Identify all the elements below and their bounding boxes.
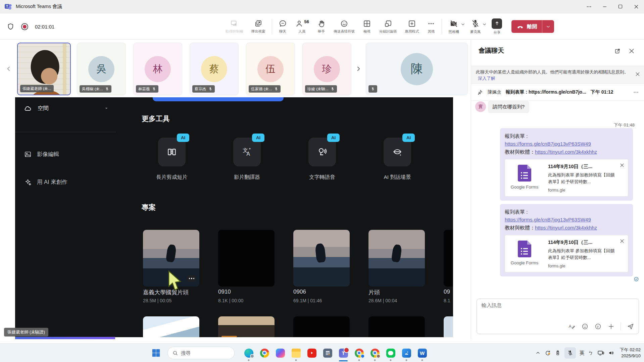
start-button[interactable] bbox=[150, 344, 162, 362]
attach-plus-icon[interactable] bbox=[607, 323, 615, 330]
window-more-button[interactable] bbox=[581, 0, 597, 13]
learn-more-link[interactable]: 深入了解 bbox=[478, 76, 495, 81]
sidebar-item-ai-create[interactable]: 用 AI 來創作 bbox=[24, 178, 67, 186]
copilot-icon bbox=[276, 349, 285, 358]
teams-logo-icon: T bbox=[4, 3, 12, 11]
format-icon[interactable]: A bbox=[568, 323, 576, 330]
video-tile[interactable]: 陳 bbox=[366, 43, 468, 95]
more-button[interactable]: 其他 bbox=[423, 19, 439, 34]
taskbar-app-teams[interactable]: T bbox=[337, 344, 350, 362]
sidebar-item-image-edit[interactable]: 影像編輯 bbox=[24, 150, 59, 158]
forms-link[interactable]: https://forms.gle/cnB7jog13vP63SW49 bbox=[505, 141, 591, 147]
popout-button[interactable]: 彈出視窗 bbox=[247, 19, 269, 34]
message-input[interactable] bbox=[482, 302, 589, 308]
chat-close-button[interactable] bbox=[628, 48, 635, 54]
project-more-button[interactable] bbox=[187, 275, 197, 282]
project-thumbnail[interactable] bbox=[368, 316, 425, 337]
message-line: 報到表單 : bbox=[505, 208, 628, 216]
tray-hidden-icons-chevron[interactable] bbox=[535, 350, 541, 356]
search-input[interactable] bbox=[181, 350, 221, 356]
video-tile[interactable]: 林 林芸薇 bbox=[133, 43, 182, 95]
view-button[interactable]: 檢視 bbox=[359, 19, 375, 34]
raise-hand-button[interactable]: 舉手 bbox=[313, 19, 330, 34]
tinyurl-link[interactable]: https://tinyurl.com/3k4xkhhz bbox=[535, 225, 597, 230]
close-window-button[interactable] bbox=[628, 0, 644, 13]
video-tile[interactable]: 伍 伍家德 (未... bbox=[246, 43, 295, 95]
strip-scroll-right-chevron[interactable] bbox=[355, 65, 362, 72]
camera-options-chevron[interactable] bbox=[460, 22, 465, 27]
message-timestamp: 下午 01:48 bbox=[614, 122, 635, 128]
sidebar-item-space[interactable]: 空間 bbox=[24, 104, 109, 113]
avatar: 林 bbox=[145, 56, 171, 82]
taskbar-app-photos[interactable] bbox=[400, 344, 413, 362]
tray-volume-icon[interactable] bbox=[608, 350, 615, 356]
project-thumbnail[interactable] bbox=[293, 230, 350, 287]
project-thumbnail[interactable] bbox=[293, 316, 350, 337]
card-dismiss-button[interactable] bbox=[620, 163, 625, 168]
project-thumbnail[interactable] bbox=[444, 230, 453, 287]
video-tile[interactable]: 蔡 蔡宗杰 bbox=[190, 43, 239, 95]
mic-muted-icon bbox=[105, 87, 109, 91]
apps-button[interactable]: 應用程式 bbox=[401, 19, 423, 34]
mic-options-chevron[interactable] bbox=[482, 22, 487, 27]
taskbar-app-chrome-profile3[interactable] bbox=[368, 344, 381, 362]
search-icon bbox=[172, 350, 178, 356]
video-tile[interactable]: 珍 珍綾 (未驗... bbox=[302, 43, 351, 95]
chat-input-box[interactable]: A p bbox=[477, 299, 639, 334]
taskbar-app-word[interactable]: W bbox=[416, 344, 429, 362]
own-message-bubble: 報到表單 : https://forms.gle/cnB7jog13vP63SW… bbox=[500, 204, 633, 276]
avatar: 吳 bbox=[88, 56, 114, 82]
tray-sync-icon[interactable] bbox=[544, 350, 551, 356]
taskbar-app-chrome-profile2[interactable] bbox=[353, 344, 365, 362]
chat-popout-button[interactable] bbox=[614, 48, 621, 54]
strip-scroll-left-chevron[interactable] bbox=[5, 65, 12, 72]
taskbar-app-calculator[interactable] bbox=[321, 344, 334, 362]
notice-dismiss-button[interactable] bbox=[635, 71, 640, 77]
taskbar-app-youtube[interactable] bbox=[305, 344, 318, 362]
taskbar-clock[interactable]: 下午 02:02 2025/9/10 bbox=[620, 347, 641, 359]
link-preview-card[interactable]: Google Forms 114年9月10日（三... 此為報到表單 參加教師填… bbox=[505, 235, 628, 272]
card-dismiss-button[interactable] bbox=[620, 239, 625, 244]
share-button[interactable]: 分享 bbox=[488, 18, 506, 35]
tinyurl-link[interactable]: https://tinyurl.com/3k4xkhhz bbox=[535, 149, 597, 155]
taskbar-app-edge[interactable] bbox=[242, 344, 255, 362]
breakout-rooms-button[interactable]: 分組討論區 bbox=[375, 19, 401, 34]
pinned-message[interactable]: 陳姵含 報到表單 : https://forms.gle/cnB7jo... 下… bbox=[471, 84, 644, 101]
tray-cast-icon[interactable] bbox=[597, 349, 604, 357]
video-tile[interactable]: 吳 吳榴椒 (未... bbox=[77, 43, 126, 95]
link-preview-card[interactable]: Google Forms 114年9月10日（三... 此為報到表單 參加教師填… bbox=[505, 159, 628, 197]
pinned-text: 報到表單 : https://forms.gle/cnB7jo... bbox=[506, 89, 586, 95]
project-thumbnail[interactable] bbox=[368, 230, 425, 287]
maximize-button[interactable] bbox=[612, 0, 628, 13]
emoji-icon[interactable] bbox=[581, 323, 589, 330]
take-control-button[interactable]: 取得控制權 bbox=[221, 19, 247, 34]
minimize-button[interactable] bbox=[597, 0, 612, 13]
taskbar-app-chrome[interactable] bbox=[258, 344, 271, 362]
tray-usb-icon[interactable] bbox=[555, 350, 561, 356]
project-thumbnail[interactable] bbox=[218, 230, 275, 287]
leave-options-chevron[interactable] bbox=[542, 20, 554, 33]
taskbar-app-explorer[interactable] bbox=[290, 344, 302, 362]
leave-button[interactable]: 離開 bbox=[511, 20, 554, 33]
popout-icon bbox=[254, 19, 262, 28]
project-thumbnail[interactable] bbox=[143, 316, 199, 337]
taskbar-app-copilot[interactable] bbox=[274, 344, 287, 362]
send-reaction-button[interactable]: 傳送表情符號 bbox=[330, 19, 359, 34]
chat-button[interactable]: 聊天 bbox=[275, 19, 291, 34]
ime-language-indicator[interactable]: 英 bbox=[580, 350, 585, 356]
google-forms-logo: Google Forms bbox=[505, 235, 544, 272]
avatar: 蔡 bbox=[201, 56, 227, 82]
chrome-icon bbox=[355, 349, 364, 358]
pinned-more-button[interactable] bbox=[633, 89, 639, 95]
send-icon[interactable] bbox=[627, 322, 635, 330]
tray-mic-muted-icon[interactable] bbox=[564, 347, 576, 359]
forms-link[interactable]: https://forms.gle/cnB7jog13vP63SW49 bbox=[505, 217, 591, 222]
gif-icon[interactable]: p bbox=[594, 323, 602, 330]
project-thumbnail[interactable] bbox=[444, 316, 453, 337]
taskbar-search[interactable] bbox=[167, 347, 235, 359]
people-button[interactable]: 56 人員 bbox=[291, 19, 313, 34]
project-thumbnail[interactable] bbox=[218, 316, 275, 337]
ime-mode-indicator[interactable]: ㄅ bbox=[588, 350, 593, 356]
taskbar-app-line[interactable] bbox=[384, 344, 397, 362]
video-tile-presenter[interactable]: 張婕葳老師 (未... bbox=[17, 43, 71, 95]
